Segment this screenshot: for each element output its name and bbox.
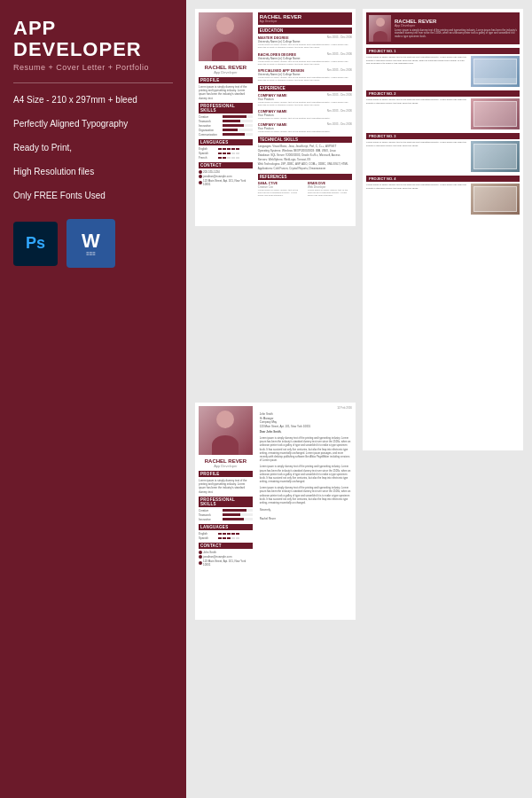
contact-address: 123 Main Street, Apt. 101, New York 1000… <box>199 179 253 186</box>
experience-title: EXPERIENCE <box>258 85 352 91</box>
main-content: RACHEL REVER App Developer PROFILE Lorem… <box>186 0 532 798</box>
cover-sincerely: Sincerely, Rachel Rever <box>260 508 352 520</box>
portfolio-header-text: RACHEL REVER App Developer Lorem ipsum i… <box>395 19 517 39</box>
project-2-title: PROJECT NO. 2 <box>366 90 520 97</box>
cover-addr-icon <box>199 561 202 565</box>
project-3-image <box>471 141 520 172</box>
cover-skill-2: Teamwork <box>199 513 253 517</box>
cover-profile-text: Lorem ipsum is simply dummy text of the … <box>199 479 253 494</box>
cover-photo-body <box>212 435 239 455</box>
word-icon-letter: W <box>82 231 100 251</box>
project-1-text: Lorem ipsum is simply dummy text of the … <box>366 56 468 87</box>
project-2-content: Lorem ipsum is simply dummy text of the … <box>366 98 520 129</box>
project-3-text: Lorem ipsum is simply dummy text of the … <box>366 141 468 172</box>
address-icon <box>199 181 202 184</box>
photo-body <box>212 42 239 61</box>
cover-photo-face <box>216 411 234 428</box>
contact-phone: 202-555-1234 <box>199 170 253 174</box>
photo-face <box>216 17 234 35</box>
skills-section-title: PROFESSIONAL SKILLS <box>199 103 253 113</box>
cover-contact-title: CONTACT <box>199 543 253 549</box>
cover-body-2: Lorem ipsum is simply dummy text of the … <box>260 465 352 483</box>
portfolio-role: App Developer <box>395 24 517 27</box>
tech-apps: Applications: Cold Fusion, Crystal Repor… <box>258 167 352 170</box>
project-4-content: Lorem ipsum is simply dummy text of the … <box>366 184 520 215</box>
word-icon: W ≡≡≡ <box>66 219 115 268</box>
project-4: PROJECT NO. 4 Lorem ipsum is simply dumm… <box>366 176 520 215</box>
cover-email-icon <box>199 555 202 559</box>
resume-page: RACHEL REVER App Developer PROFILE Lorem… <box>195 9 356 226</box>
cover-photo-placeholder <box>199 406 253 455</box>
portfolio-photo <box>369 15 391 42</box>
divider-1 <box>13 82 173 83</box>
portfolio-desc: Lorem ipsum is simply dummy text of the … <box>395 29 517 39</box>
cover-body-1: Lorem ipsum is simply dummy text of the … <box>260 436 352 462</box>
project-3-title: PROJECT NO. 3 <box>366 133 520 139</box>
profile-section-title: PROFILE <box>199 77 253 83</box>
photoshop-icon: Ps <box>13 222 58 266</box>
cover-body-3: Lorem ipsum is simply dummy text of the … <box>260 486 352 505</box>
feature-item-5: Only FREE Fonts Used <box>13 190 173 201</box>
resume-inner: RACHEL REVER App Developer PROFILE Lorem… <box>195 9 356 226</box>
port-body <box>373 31 387 42</box>
portfolio-header: RACHEL REVER App Developer Lorem ipsum i… <box>366 12 520 44</box>
project-3-content: Lorem ipsum is simply dummy text of the … <box>366 141 520 172</box>
project-3: PROJECT NO. 3 Lorem ipsum is simply dumm… <box>366 133 520 172</box>
tech-database: Database: SQL Server 7/2000/2003, Oracle… <box>258 153 352 157</box>
resume-role: App Developer <box>199 70 253 74</box>
tech-languages: Languages: Visual Basic, Java, JavaScrip… <box>258 145 352 148</box>
lang-french: French <box>199 156 253 160</box>
skill-creative: Creative <box>199 115 253 119</box>
tech-os: Operating Systems: Windows 98/XP/2000/20… <box>258 149 352 153</box>
lang-spanish: Spanish <box>199 152 253 155</box>
portfolio-inner: RACHEL REVER App Developer Lorem ipsum i… <box>363 9 523 450</box>
technical-title: TECHNICAL SKILLS <box>258 137 352 143</box>
phone-icon <box>199 170 202 174</box>
edu-entry-1: MASTER DEGREENov 2003 - Dec 2006 Univers… <box>258 35 352 50</box>
project-1-title: PROJECT NO. 1 <box>366 48 520 54</box>
cover-skills-title: PROFESSIONAL SKILLS <box>199 497 253 507</box>
project-1-content: Lorem ipsum is simply dummy text of the … <box>366 56 520 87</box>
cover-lang-title: LANGUAGES <box>199 524 253 530</box>
edu-entry-2: BACHLORES DEGREENov 2003 - Dec 2006 Univ… <box>258 52 352 66</box>
education-section: EUDCATION MASTER DEGREENov 2003 - Dec 20… <box>258 27 352 82</box>
ref-2: BRAIN DIVE Web Developer Lorem ipsum is … <box>308 182 352 198</box>
cover-email: jonathan@example.com <box>199 555 253 559</box>
cover-photo <box>199 406 253 455</box>
experience-section: EXPERIENCE COMPANY NAMENov 2003 - Dec 20… <box>258 85 352 134</box>
cover-profile-title: PROFILE <box>199 471 253 477</box>
project-1-image <box>471 56 520 87</box>
lang-english: English <box>199 147 253 151</box>
cover-addr: 123 Main Street, Apt. 101, New York 1000… <box>199 559 253 567</box>
project-2-image <box>471 98 520 129</box>
feature-item-2: Perfectly Aligned Typography <box>13 118 173 129</box>
skill-communication: Communication <box>199 133 253 137</box>
cover-lang-eng: English <box>199 532 253 536</box>
cover-salutation: Dear John Smith, <box>260 430 352 434</box>
references-title: REFERENCES <box>258 174 352 180</box>
cover-skill-3: Innovative <box>199 518 253 521</box>
project-4-title: PROJECT NO. 4 <box>366 176 520 182</box>
app-subtitle: Resume + Cover Letter + Portfolio <box>13 63 173 72</box>
left-panel: APP DEVELOPER Resume + Cover Letter + Po… <box>0 0 186 798</box>
skill-organization: Organization <box>199 129 253 132</box>
resume-right-column: RACHEL REVER App Developer EUDCATION MAS… <box>256 9 356 226</box>
tech-web: Web Technologies: JSP, JDBC, ASP, ADO, C… <box>258 162 352 166</box>
cover-recipient: John Smith Hr Manager Company May 123 Ma… <box>260 412 352 428</box>
ref-2-desc: Lorem ipsum is simply dummy text of the … <box>308 189 352 198</box>
cover-role: App Developer <box>199 464 253 468</box>
cover-skill-1: Creative <box>199 509 253 512</box>
cover-sender-name: Rachel Rever <box>260 517 352 520</box>
app-title: APP DEVELOPER <box>13 18 173 60</box>
word-icon-lines: ≡≡≡ <box>86 251 96 256</box>
project-4-image <box>471 184 520 215</box>
technical-section: TECHNICAL SKILLS Languages: Visual Basic… <box>258 137 352 171</box>
cover-phone: John Smith <box>199 551 253 554</box>
cover-left-column: RACHEL REVER App Developer PROFILE Lorem… <box>195 403 256 620</box>
cover-inner: RACHEL REVER App Developer PROFILE Lorem… <box>195 403 356 620</box>
feature-item-1: A4 Size - 210 x 297mm + bleed <box>13 94 173 106</box>
tech-servers: Servers: WebSphere, WebLogic, Tomcat, II… <box>258 158 352 161</box>
exp-entry-2: COMPANY NAMENov 2003 - Dec 2006 Your Pos… <box>258 109 352 120</box>
project-2-text: Lorem ipsum is simply dummy text of the … <box>366 98 468 129</box>
ref-1-desc: Lorem ipsum is simply dummy text of the … <box>258 189 302 198</box>
